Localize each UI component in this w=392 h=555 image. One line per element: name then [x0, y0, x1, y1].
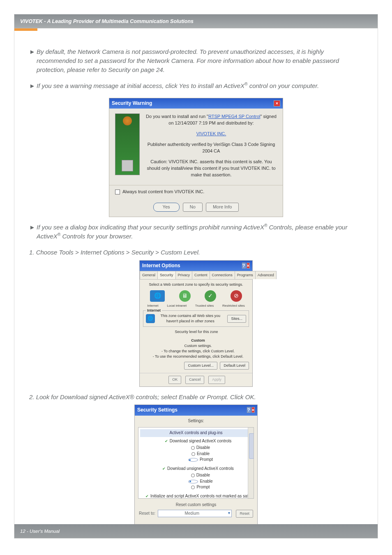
- custom-block: Custom Custom settings. - To change the …: [143, 336, 249, 359]
- rad-enable-lbl: Enable: [200, 479, 212, 483]
- level-buttons: Custom Level... Default Level: [143, 362, 249, 370]
- reg-mark: ®: [130, 393, 134, 400]
- default-level-button[interactable]: Default Level: [220, 362, 249, 370]
- radio-enable[interactable]: [188, 480, 198, 483]
- bullet-arrow-icon: ►: [29, 81, 37, 90]
- bullet-arrow-icon: ►: [29, 47, 37, 74]
- install-question: Do you want to install and run "RTSP MPE…: [145, 113, 277, 127]
- content-frame: VIVOTEK - A Leading Provider of Multimed…: [14, 14, 378, 539]
- rad-prompt-lbl: Prompt: [200, 457, 213, 462]
- rtsp-link[interactable]: RTSP MPEG4 SP Control: [208, 114, 261, 119]
- custom-t3: - To use the recommended settings, click…: [150, 354, 247, 359]
- zone-desc-label: Internet: [146, 308, 162, 313]
- tab-security[interactable]: Security: [157, 271, 176, 279]
- radio-prompt[interactable]: [191, 486, 195, 489]
- io-title: Internet Options: [142, 262, 180, 269]
- radio-disable[interactable]: [191, 446, 195, 450]
- vivotek-link[interactable]: VIVOTEK INC.: [196, 131, 226, 136]
- no-button[interactable]: No: [183, 203, 203, 212]
- reset-button[interactable]: Reset: [236, 510, 253, 518]
- radio-disable[interactable]: [191, 474, 195, 477]
- close-icon[interactable]: ×: [251, 407, 255, 413]
- trusted-sites-icon[interactable]: ✓: [205, 290, 216, 302]
- settings-label: Settings:: [135, 416, 257, 424]
- help-icon[interactable]: ?: [247, 407, 251, 413]
- caution-text: Caution: VIVOTEK INC. asserts that this …: [145, 159, 277, 178]
- item-download-unsigned: Download unsigned ActiveX controls: [140, 466, 252, 472]
- internet-options-wrap: Internet Options ?× General Security Pri…: [29, 260, 363, 387]
- bullet-3-text: If you see a dialog box indicating that …: [37, 223, 363, 241]
- sec-level-label: Security level for this zone: [143, 329, 249, 335]
- s2a: 2. Look for Download signed ActiveX: [29, 393, 130, 400]
- reset-select[interactable]: Medium: [158, 510, 232, 518]
- bullet-2-text: If you see a warning message at initial …: [37, 81, 319, 90]
- dialog-title: Security Warning: [112, 100, 152, 107]
- more-info-button[interactable]: More Info: [206, 203, 239, 212]
- rad-disable-lbl: Disable: [196, 445, 210, 450]
- rad-prompt-lbl: Prompt: [196, 485, 210, 489]
- bullet-2b: control on your computer.: [247, 82, 319, 89]
- sites-button[interactable]: Sites...: [227, 315, 246, 323]
- help-icon[interactable]: ?: [242, 263, 246, 268]
- bullet-3: ► If you see a dialog box indicating tha…: [29, 223, 363, 241]
- q1a: Do you want to install and run ": [146, 114, 208, 119]
- always-trust-row: Always trust content from VIVOTEK INC.: [109, 185, 283, 199]
- tab-connections[interactable]: Connections: [210, 271, 235, 279]
- radio-prompt[interactable]: [188, 458, 198, 462]
- close-icon[interactable]: ×: [247, 263, 250, 268]
- b3a: If you see a dialog box indicating that …: [37, 224, 264, 231]
- tab-content[interactable]: Content: [192, 271, 210, 279]
- ss-titlebar: Security Settings ?×: [135, 405, 257, 415]
- always-trust-checkbox[interactable]: [115, 190, 120, 194]
- tabs-row: General Security Privacy Content Connect…: [140, 271, 252, 280]
- internet-zone-icon[interactable]: 🌐: [150, 290, 165, 302]
- close-icon[interactable]: ×: [274, 100, 280, 106]
- apply-button[interactable]: Apply: [208, 376, 225, 384]
- globe-cert-icon: [115, 113, 140, 175]
- local-intranet-icon[interactable]: 🖥: [179, 290, 191, 302]
- custom-title: Custom: [150, 338, 247, 343]
- zone-desc-text: This zone contains all Web sites you hav…: [157, 313, 223, 324]
- custom-t1: Custom settings.: [150, 343, 247, 349]
- rad-enable-lbl: Enable: [197, 451, 210, 456]
- header-title: VIVOTEK - A Leading Provider of Multimed…: [20, 18, 194, 24]
- settings-list[interactable]: ActiveX controls and plug-ins Download s…: [138, 427, 254, 499]
- security-settings-wrap: Security Settings ?× Settings: ActiveX c…: [29, 405, 363, 537]
- scrollbar[interactable]: [248, 428, 254, 498]
- zone-labels: Internet Local intranet Trusted sites Re…: [143, 303, 249, 308]
- ok-button[interactable]: OK: [168, 376, 181, 384]
- step-2: 2. Look for Download signed ActiveX® con…: [29, 393, 363, 402]
- bullet-1-text: By default, the Network Camera is not pa…: [37, 47, 363, 74]
- custom-level-button[interactable]: Custom Level...: [184, 362, 217, 370]
- yes-button[interactable]: Yes: [153, 203, 180, 212]
- io-titlebar-right: ?×: [242, 262, 250, 269]
- reset-custom-label: Reset custom settings: [139, 502, 253, 508]
- always-trust-label: Always trust content from VIVOTEK INC.: [122, 189, 204, 195]
- item-download-signed: Download signed ActiveX controls: [140, 438, 252, 444]
- zone-desc-group: Internet 🌐 This zone contains all Web si…: [143, 310, 249, 327]
- dialog-titlebar: Security Warning ×: [109, 98, 283, 109]
- radios-a: Disable Enable Prompt: [140, 444, 252, 465]
- tab-general[interactable]: General: [140, 271, 158, 279]
- custom-t2: - To change the settings, click Custom L…: [150, 349, 247, 354]
- zone-internet: Internet: [147, 303, 158, 308]
- globe-icon: 🌐: [146, 314, 155, 323]
- internet-options-dialog: Internet Options ?× General Security Pri…: [139, 260, 253, 387]
- restricted-sites-icon[interactable]: ⊘: [231, 290, 242, 302]
- header-bar: VIVOTEK - A Leading Provider of Multimed…: [14, 14, 378, 28]
- reset-value: Medium: [184, 511, 199, 516]
- tab-advanced[interactable]: Advanced: [255, 271, 277, 279]
- footer-bar: 12 - User's Manual: [14, 524, 378, 538]
- rad-disable-lbl: Disable: [196, 473, 210, 477]
- cancel-button[interactable]: Cancel: [185, 376, 204, 384]
- bullet-1: ► By default, the Network Camera is not …: [29, 47, 363, 74]
- body-content: ► By default, the Network Camera is not …: [14, 28, 378, 537]
- tab-programs[interactable]: Programs: [235, 271, 256, 279]
- tab-privacy[interactable]: Privacy: [175, 271, 193, 279]
- bullet-2: ► If you see a warning message at initia…: [29, 81, 363, 90]
- zone-local: Local intranet: [167, 303, 187, 308]
- page: VIVOTEK - A Leading Provider of Multimed…: [0, 0, 392, 555]
- ss-titlebar-right: ?×: [247, 407, 255, 414]
- publisher-text: Publisher authenticity verified by VeriS…: [145, 141, 277, 155]
- radio-enable[interactable]: [191, 452, 195, 456]
